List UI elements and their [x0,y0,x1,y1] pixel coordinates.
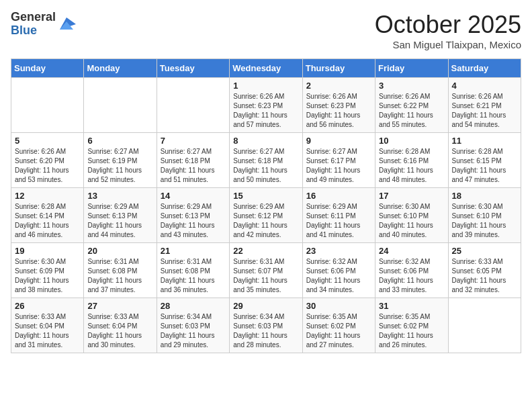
day-number: 15 [233,191,298,201]
day-info: Sunrise: 6:27 AM Sunset: 6:19 PM Dayligh… [87,147,152,185]
day-number: 2 [306,81,371,91]
calendar-week-row: 1Sunrise: 6:26 AM Sunset: 6:23 PM Daylig… [11,78,521,133]
day-info: Sunrise: 6:30 AM Sunset: 6:09 PM Dayligh… [15,257,80,295]
day-number: 21 [161,246,226,256]
day-number: 24 [379,246,444,256]
calendar-cell: 15Sunrise: 6:29 AM Sunset: 6:12 PM Dayli… [230,188,302,243]
day-info: Sunrise: 6:32 AM Sunset: 6:06 PM Dayligh… [379,257,444,295]
day-info: Sunrise: 6:27 AM Sunset: 6:18 PM Dayligh… [161,147,226,185]
page-header: General Blue October 2025 San Miguel Tla… [11,11,521,50]
calendar-cell: 16Sunrise: 6:29 AM Sunset: 6:11 PM Dayli… [302,188,375,243]
calendar-table: SundayMondayTuesdayWednesdayThursdayFrid… [11,58,521,353]
calendar-cell: 17Sunrise: 6:30 AM Sunset: 6:10 PM Dayli… [375,188,448,243]
calendar-cell: 1Sunrise: 6:26 AM Sunset: 6:23 PM Daylig… [230,78,302,133]
calendar-cell: 31Sunrise: 6:35 AM Sunset: 6:02 PM Dayli… [375,298,448,353]
day-info: Sunrise: 6:26 AM Sunset: 6:23 PM Dayligh… [233,92,298,130]
day-number: 4 [452,81,517,91]
day-number: 6 [87,136,152,146]
day-number: 12 [15,191,80,201]
calendar-week-row: 12Sunrise: 6:28 AM Sunset: 6:14 PM Dayli… [11,188,521,243]
day-number: 20 [87,246,152,256]
calendar-cell: 18Sunrise: 6:30 AM Sunset: 6:10 PM Dayli… [448,188,521,243]
day-number: 1 [233,81,298,91]
day-number: 7 [161,136,226,146]
title-block: October 2025 San Miguel Tlaixpan, Mexico [375,11,521,50]
calendar-cell: 8Sunrise: 6:27 AM Sunset: 6:18 PM Daylig… [230,133,302,188]
calendar-week-row: 26Sunrise: 6:33 AM Sunset: 6:04 PM Dayli… [11,298,521,353]
day-number: 18 [452,191,517,201]
day-info: Sunrise: 6:31 AM Sunset: 6:08 PM Dayligh… [87,257,152,295]
logo-text: General Blue [11,11,56,38]
calendar-cell: 23Sunrise: 6:32 AM Sunset: 6:06 PM Dayli… [302,243,375,298]
calendar-cell: 3Sunrise: 6:26 AM Sunset: 6:22 PM Daylig… [375,78,448,133]
header-wednesday: Wednesday [230,59,302,78]
day-number: 3 [379,81,444,91]
calendar-cell: 30Sunrise: 6:35 AM Sunset: 6:02 PM Dayli… [302,298,375,353]
calendar-header-row: SundayMondayTuesdayWednesdayThursdayFrid… [11,59,521,78]
calendar-cell: 26Sunrise: 6:33 AM Sunset: 6:04 PM Dayli… [11,298,84,353]
logo-icon [57,15,76,34]
calendar-cell [448,298,521,353]
day-info: Sunrise: 6:26 AM Sunset: 6:22 PM Dayligh… [379,92,444,130]
calendar-cell: 19Sunrise: 6:30 AM Sunset: 6:09 PM Dayli… [11,243,84,298]
day-info: Sunrise: 6:27 AM Sunset: 6:18 PM Dayligh… [233,147,298,185]
day-info: Sunrise: 6:27 AM Sunset: 6:17 PM Dayligh… [306,147,371,185]
day-number: 27 [87,301,152,311]
calendar-cell: 7Sunrise: 6:27 AM Sunset: 6:18 PM Daylig… [157,133,229,188]
calendar-cell: 4Sunrise: 6:26 AM Sunset: 6:21 PM Daylig… [448,78,521,133]
calendar-cell: 6Sunrise: 6:27 AM Sunset: 6:19 PM Daylig… [84,133,157,188]
logo-general: General [11,11,56,24]
header-tuesday: Tuesday [157,59,229,78]
day-info: Sunrise: 6:26 AM Sunset: 6:20 PM Dayligh… [15,147,80,185]
day-info: Sunrise: 6:33 AM Sunset: 6:04 PM Dayligh… [87,312,152,350]
calendar-cell: 5Sunrise: 6:26 AM Sunset: 6:20 PM Daylig… [11,133,84,188]
logo-blue: Blue [11,24,56,38]
calendar-cell: 12Sunrise: 6:28 AM Sunset: 6:14 PM Dayli… [11,188,84,243]
header-monday: Monday [84,59,157,78]
day-info: Sunrise: 6:33 AM Sunset: 6:04 PM Dayligh… [15,312,80,350]
day-info: Sunrise: 6:34 AM Sunset: 6:03 PM Dayligh… [233,312,298,350]
calendar-cell: 13Sunrise: 6:29 AM Sunset: 6:13 PM Dayli… [84,188,157,243]
day-number: 8 [233,136,298,146]
calendar-cell: 9Sunrise: 6:27 AM Sunset: 6:17 PM Daylig… [302,133,375,188]
day-info: Sunrise: 6:29 AM Sunset: 6:13 PM Dayligh… [161,202,226,240]
day-number: 22 [233,246,298,256]
header-sunday: Sunday [11,59,84,78]
day-info: Sunrise: 6:28 AM Sunset: 6:15 PM Dayligh… [452,147,517,185]
calendar-cell: 29Sunrise: 6:34 AM Sunset: 6:03 PM Dayli… [230,298,302,353]
day-number: 28 [161,301,226,311]
day-info: Sunrise: 6:31 AM Sunset: 6:08 PM Dayligh… [161,257,226,295]
day-number: 10 [379,136,444,146]
header-saturday: Saturday [448,59,521,78]
day-info: Sunrise: 6:31 AM Sunset: 6:07 PM Dayligh… [233,257,298,295]
day-number: 17 [379,191,444,201]
location-subtitle: San Miguel Tlaixpan, Mexico [375,39,521,50]
day-info: Sunrise: 6:26 AM Sunset: 6:21 PM Dayligh… [452,92,517,130]
day-number: 11 [452,136,517,146]
day-info: Sunrise: 6:28 AM Sunset: 6:16 PM Dayligh… [379,147,444,185]
day-info: Sunrise: 6:29 AM Sunset: 6:13 PM Dayligh… [87,202,152,240]
day-number: 23 [306,246,371,256]
calendar-cell: 2Sunrise: 6:26 AM Sunset: 6:23 PM Daylig… [302,78,375,133]
day-info: Sunrise: 6:35 AM Sunset: 6:02 PM Dayligh… [379,312,444,350]
calendar-cell [11,78,84,133]
calendar-cell [84,78,157,133]
day-number: 29 [233,301,298,311]
calendar-cell: 11Sunrise: 6:28 AM Sunset: 6:15 PM Dayli… [448,133,521,188]
day-number: 30 [306,301,371,311]
day-number: 19 [15,246,80,256]
calendar-week-row: 19Sunrise: 6:30 AM Sunset: 6:09 PM Dayli… [11,243,521,298]
day-number: 14 [161,191,226,201]
logo: General Blue [11,11,76,38]
day-info: Sunrise: 6:30 AM Sunset: 6:10 PM Dayligh… [379,202,444,240]
day-number: 13 [87,191,152,201]
header-thursday: Thursday [302,59,375,78]
day-info: Sunrise: 6:29 AM Sunset: 6:11 PM Dayligh… [306,202,371,240]
day-info: Sunrise: 6:28 AM Sunset: 6:14 PM Dayligh… [15,202,80,240]
day-number: 9 [306,136,371,146]
day-info: Sunrise: 6:35 AM Sunset: 6:02 PM Dayligh… [306,312,371,350]
month-title: October 2025 [375,11,521,39]
calendar-cell: 21Sunrise: 6:31 AM Sunset: 6:08 PM Dayli… [157,243,229,298]
header-friday: Friday [375,59,448,78]
day-info: Sunrise: 6:29 AM Sunset: 6:12 PM Dayligh… [233,202,298,240]
